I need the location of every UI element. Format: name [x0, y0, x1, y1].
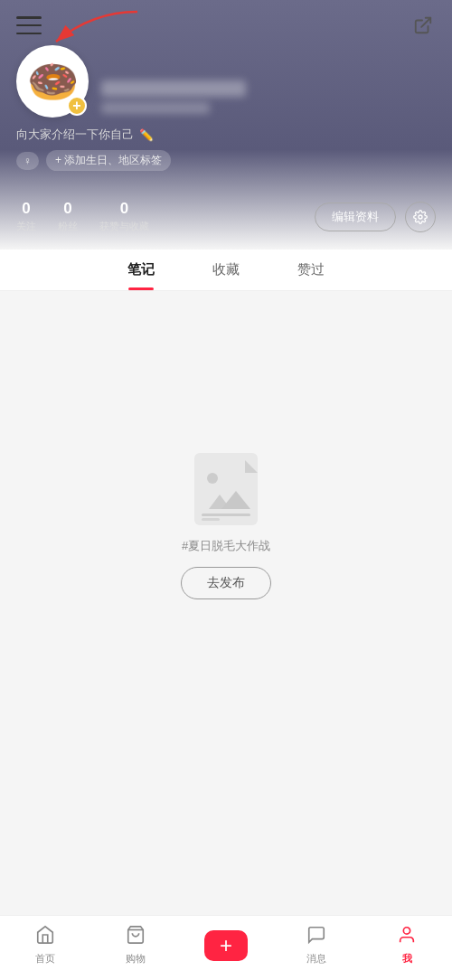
doc-line-2 — [202, 518, 220, 521]
message-icon — [306, 925, 326, 950]
nav-create[interactable]: + — [199, 930, 253, 961]
gender-icon: ♀ — [24, 155, 32, 167]
avatar-row: 🍩 + — [16, 45, 436, 118]
tabs-section: 笔记 收藏 赞过 — [0, 250, 452, 291]
share-button[interactable] — [410, 13, 436, 38]
nav-messages[interactable]: 消息 — [289, 925, 344, 966]
following-stat[interactable]: 0 关注 — [16, 200, 36, 233]
publish-button[interactable]: 去发布 — [181, 567, 271, 599]
nav-profile[interactable]: 我 — [380, 925, 434, 966]
empty-icon — [194, 453, 258, 525]
empty-state: #夏日脱毛大作战 去发布 — [181, 453, 271, 599]
followers-stat[interactable]: 0 粉丝 — [58, 200, 78, 233]
following-label: 关注 — [16, 220, 36, 233]
mountain-icon-2 — [221, 491, 250, 509]
bio-row: 向大家介绍一下你自己 ✏️ — [16, 127, 436, 143]
shop-label: 购物 — [126, 952, 146, 966]
doc-line-1 — [202, 514, 250, 516]
edit-bio-icon[interactable]: ✏️ — [139, 128, 154, 142]
svg-point-2 — [419, 215, 422, 219]
stats-group: 0 关注 0 粉丝 0 获赞与收藏 — [16, 200, 149, 233]
sun-icon — [207, 473, 218, 484]
svg-point-4 — [403, 928, 410, 934]
messages-label: 消息 — [306, 952, 326, 966]
bottom-nav: 首页 购物 + 消息 我 — [0, 915, 452, 980]
profile-header: 🍩 + 向大家介绍一下你自己 ✏️ ♀ + 添加生日、地区标签 — [0, 0, 452, 250]
stats-row: 0 关注 0 粉丝 0 获赞与收藏 编辑资料 — [0, 200, 452, 250]
home-label: 首页 — [35, 952, 55, 966]
username-area — [101, 80, 436, 118]
following-count: 0 — [22, 200, 30, 218]
avatar-wrapper: 🍩 + — [16, 45, 89, 118]
userid-blurred — [101, 102, 210, 114]
profile-label: 我 — [402, 952, 412, 966]
username-blurred — [101, 80, 246, 97]
add-avatar-button[interactable]: + — [67, 96, 87, 116]
actions-group: 编辑资料 — [315, 202, 436, 232]
top-bar — [0, 0, 452, 45]
nav-shop[interactable]: 购物 — [108, 925, 163, 966]
followers-count: 0 — [63, 200, 71, 218]
tags-row: ♀ + 添加生日、地区标签 — [16, 150, 436, 171]
tab-notes[interactable]: 笔记 — [99, 250, 184, 290]
settings-button[interactable] — [405, 202, 436, 232]
home-icon — [35, 925, 55, 950]
profile-icon — [397, 925, 417, 950]
edit-profile-button[interactable]: 编辑资料 — [315, 203, 396, 231]
shop-icon — [126, 925, 146, 950]
svg-line-1 — [421, 18, 430, 27]
add-tag-label: + 添加生日、地区标签 — [55, 153, 162, 168]
followers-label: 粉丝 — [58, 220, 78, 233]
add-tag-button[interactable]: + 添加生日、地区标签 — [46, 150, 171, 171]
nav-home[interactable]: 首页 — [18, 925, 72, 966]
create-button[interactable]: + — [204, 930, 248, 961]
profile-info-section: 🍩 + 向大家介绍一下你自己 ✏️ ♀ + 添加生日、地区标签 — [0, 45, 452, 200]
likes-stat[interactable]: 0 获赞与收藏 — [99, 200, 149, 233]
content-area: #夏日脱毛大作战 去发布 — [0, 291, 452, 761]
gender-tag: ♀ — [16, 152, 39, 170]
likes-label: 获赞与收藏 — [99, 220, 149, 233]
bio-text: 向大家介绍一下你自己 — [16, 127, 134, 143]
likes-count: 0 — [120, 200, 128, 218]
tab-favorites[interactable]: 收藏 — [184, 250, 268, 290]
menu-button[interactable] — [16, 16, 42, 34]
hashtag-text: #夏日脱毛大作战 — [182, 538, 270, 554]
tab-liked[interactable]: 赞过 — [268, 250, 353, 290]
